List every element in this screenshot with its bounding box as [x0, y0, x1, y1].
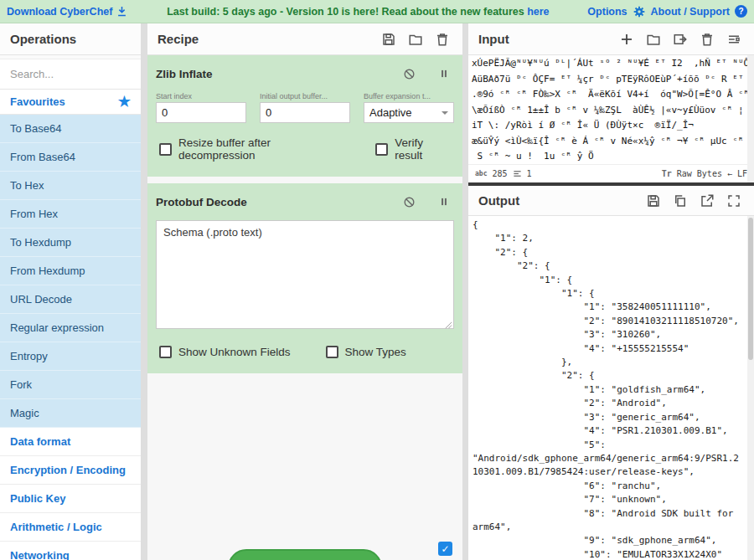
replace-input-button[interactable]: [697, 191, 717, 211]
options-link[interactable]: Options: [587, 6, 627, 18]
show-types-checkbox[interactable]: [326, 346, 338, 358]
proto-schema-textarea[interactable]: Schema (.proto text): [156, 220, 454, 329]
category-networking[interactable]: Networking: [0, 542, 141, 560]
ban-icon: [403, 196, 416, 208]
top-banner: Download CyberChef Last build: 5 days ag…: [0, 0, 754, 23]
about-support-link[interactable]: About / Support: [651, 6, 730, 18]
verify-result-checkbox[interactable]: [375, 143, 388, 156]
search-input[interactable]: [0, 59, 141, 89]
folder-import-icon: [673, 32, 688, 47]
operation-item[interactable]: URL Decode: [0, 285, 141, 314]
recipe-op-protobuf-decode[interactable]: Protobuf Decode: [147, 183, 462, 373]
operation-item[interactable]: From Hexdump: [0, 257, 141, 285]
operation-item[interactable]: From Hex: [0, 200, 141, 229]
recipe-panel: Recipe: [147, 23, 462, 560]
download-cyberchef-link[interactable]: Download CyberChef: [7, 5, 128, 18]
arg-label: Buffer expansion t...: [364, 92, 454, 100]
buffer-expansion-select[interactable]: Adaptive: [364, 102, 454, 123]
operations-panel: Operations Favourites ★ To Base64 From B…: [0, 23, 141, 560]
resize-buffer-checkbox[interactable]: [159, 143, 172, 156]
arg-start-index: Start index: [156, 92, 246, 123]
floppy-icon: [646, 193, 661, 208]
start-index-input[interactable]: [156, 102, 246, 123]
open-folder-button[interactable]: [670, 29, 690, 49]
char-count-icon: abc: [475, 170, 487, 177]
line-count-icon: [513, 169, 522, 178]
initial-output-buffer-input[interactable]: [260, 102, 350, 123]
show-unknown-fields-checkbox[interactable]: [159, 346, 172, 358]
download-link-label: Download CyberChef: [7, 6, 112, 18]
recipe-title: Recipe: [158, 32, 199, 46]
recipe-op-zlib-inflate[interactable]: Zlib Inflate: [147, 55, 462, 177]
ban-icon: [403, 68, 416, 80]
cyberchef-app: Download CyberChef Last build: 5 days ag…: [0, 0, 754, 560]
maximise-output-button[interactable]: [724, 191, 744, 211]
op-title: Zlib Inflate: [156, 68, 392, 80]
character-encoding-value[interactable]: Raw Bytes: [677, 169, 722, 178]
trash-icon: [435, 32, 450, 47]
auto-bake-checkbox[interactable]: ✓: [438, 542, 452, 556]
save-output-button[interactable]: [643, 191, 664, 211]
checkbox-label: Verify result: [395, 136, 451, 162]
plus-icon: [619, 32, 634, 47]
output-textarea[interactable]: { "1": 2, "2": { "2": { "1": { "1": { "1…: [468, 216, 747, 560]
favourites-category[interactable]: Favourites ★: [0, 90, 141, 115]
search-container: [0, 59, 141, 90]
clear-io-button[interactable]: [697, 29, 717, 49]
resize-grip-icon[interactable]: [445, 321, 452, 329]
category-arithmetic-logic[interactable]: Arithmetic / Logic: [0, 513, 141, 542]
input-title: Input: [478, 32, 509, 46]
checkbox-label: Resize buffer after decompression: [178, 136, 342, 162]
scrollbar-thumb[interactable]: [748, 218, 753, 360]
operation-item[interactable]: From Base64: [0, 143, 141, 172]
output-scrollbar[interactable]: [747, 216, 754, 560]
operations-header: Operations: [0, 23, 141, 55]
arg-label: Start index: [156, 92, 246, 100]
breakpoint-pause-icon[interactable]: [434, 64, 454, 84]
operation-item[interactable]: Fork: [0, 371, 141, 399]
add-input-tab-button[interactable]: [617, 29, 637, 49]
expand-icon: [726, 193, 741, 208]
save-recipe-button[interactable]: [379, 29, 399, 49]
edit-favourites-icon[interactable]: ★: [118, 95, 131, 109]
operation-item[interactable]: Magic: [0, 399, 141, 428]
pane-layout-button[interactable]: [724, 29, 744, 49]
floppy-icon: [381, 32, 396, 47]
clear-recipe-button[interactable]: [432, 29, 452, 49]
folder-icon: [408, 32, 423, 47]
recipe-header: Recipe: [147, 23, 462, 55]
gear-icon[interactable]: [633, 5, 646, 18]
operation-item[interactable]: To Hex: [0, 172, 141, 200]
arg-buffer-expansion-type: Buffer expansion t... Adaptive: [364, 92, 454, 123]
category-public-key[interactable]: Public Key: [0, 485, 141, 513]
breakpoint-pause-icon[interactable]: [434, 192, 454, 212]
input-scrollbar[interactable]: [747, 55, 754, 182]
operations-title: Operations: [10, 32, 76, 46]
disable-op-button[interactable]: [399, 192, 419, 212]
new-features-link[interactable]: here: [527, 6, 549, 18]
open-file-button[interactable]: [643, 29, 664, 49]
input-textarea[interactable]: xÚePËJÃ@ᴺᵁ¥ᴺᵁú ᴰᴸ|´ÁUt ˢᴼ ² ᴺᵁ¥É ᴱᵀ I2 ,…: [468, 55, 747, 164]
load-recipe-button[interactable]: [405, 29, 426, 49]
folder-icon: [646, 32, 661, 47]
category-data-format[interactable]: Data format: [0, 428, 141, 456]
trash-icon: [700, 32, 715, 47]
bake-button[interactable]: BAKE!: [228, 549, 382, 560]
operation-item[interactable]: To Hexdump: [0, 229, 141, 257]
checkbox-label: Show Unknown Fields: [178, 346, 291, 358]
operation-item[interactable]: To Base64: [0, 115, 141, 143]
copy-output-button[interactable]: [670, 191, 690, 211]
eol-value[interactable]: LF: [737, 169, 747, 178]
operation-item[interactable]: Regular expression: [0, 314, 141, 342]
output-header: Output: [468, 186, 754, 216]
pane-layout-icon: [726, 32, 741, 47]
op-title: Protobuf Decode: [156, 196, 392, 208]
category-encryption-encoding[interactable]: Encryption / Encoding: [0, 456, 141, 485]
disable-op-button[interactable]: [399, 64, 419, 84]
character-encoding-icon: Tr: [662, 169, 672, 178]
char-count: 285: [492, 169, 507, 178]
question-icon[interactable]: ?: [735, 5, 747, 18]
arg-label: Initial output buffer...: [260, 92, 350, 100]
operation-item[interactable]: Entropy: [0, 342, 141, 371]
build-notice-text: Last build: 5 days ago - Version 10 is h…: [167, 6, 527, 18]
